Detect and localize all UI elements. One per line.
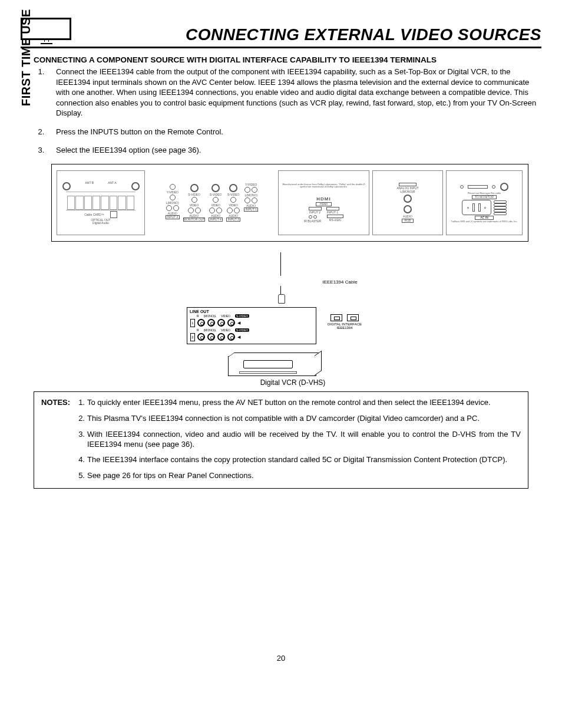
note-4: 4.The IEEE1394 interface contains the co…	[78, 455, 521, 465]
notes-label: NOTES:	[41, 398, 70, 481]
steps-list: Connect the IEEE1394 cable from the outp…	[34, 67, 541, 156]
rear-panel-diagram: ANT B ANT A Cable CARD™ OPTICAL OUTDigit…	[51, 164, 528, 242]
section-title: CONNECTING A COMPONENT SOURCE WITH DIGIT…	[34, 55, 541, 64]
note-5: 5.See page 26 for tips on Rear Panel Con…	[78, 471, 521, 481]
step-1: Connect the IEEE1394 cable from the outp…	[47, 67, 541, 118]
note-2: 2.This Plasma TV's IEEE1394 connection i…	[78, 414, 521, 424]
step-2: Press the INPUTS button on the Remote Co…	[47, 127, 541, 137]
ieee1394-connector-icon	[278, 294, 285, 304]
tv-icon	[21, 18, 74, 44]
notes-box: NOTES: 1.To quickly enter IEEE1394 menu,…	[34, 391, 528, 489]
vcr-caption: Digital VCR (D-VHS)	[181, 378, 405, 387]
lineout-panel: LINE OUT R (MONO)L VIDEO S-VIDEO 1 ◀ R (…	[187, 307, 316, 344]
cable-diagram: IEEE1394 Cable LINE OUT R (MONO)L VIDEO …	[157, 252, 405, 387]
vcr-illustration	[228, 356, 316, 376]
step-3: Select the IEEE1394 option (see page 36)…	[47, 145, 541, 156]
note-3: 3.With IEEE1394 connection, video and au…	[78, 430, 521, 450]
note-1: 1.To quickly enter IEEE1394 menu, press …	[78, 398, 521, 408]
cable-label: IEEE1394 Cable	[275, 279, 405, 285]
page-title: CONNECTING EXTERNAL VIDEO SOURCES	[186, 25, 541, 44]
title-rule	[21, 47, 541, 48]
page-number: 20	[21, 654, 541, 663]
digital-interface-ports: DIGITAL INTERFACE IEEE1394	[319, 314, 370, 330]
